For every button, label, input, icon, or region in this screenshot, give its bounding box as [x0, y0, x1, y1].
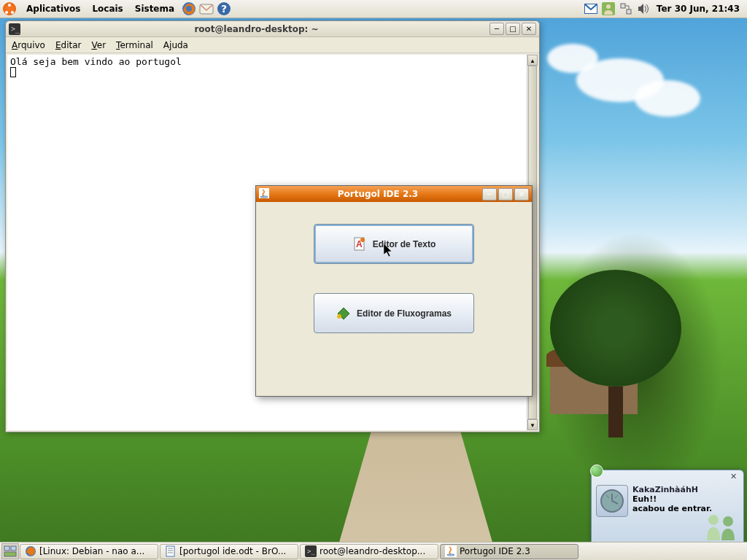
tree-graphic	[550, 270, 681, 430]
firefox-icon[interactable]	[181, 1, 197, 17]
java-close-button[interactable]: ✕	[514, 188, 529, 201]
svg-point-7	[606, 4, 611, 9]
svg-text:>_: >_	[11, 25, 20, 34]
portugol-title: Portugol IDE 2.3	[274, 189, 482, 199]
editor-fluxogramas-button[interactable]: Editor de Fluxogramas	[314, 293, 474, 333]
notification-close-button[interactable]: ✕	[730, 472, 740, 482]
mouse-cursor	[384, 244, 394, 258]
portugol-titlebar[interactable]: Portugol IDE 2.3 ─ □ ✕	[256, 186, 532, 202]
java-icon	[259, 188, 271, 200]
notification-status-icon	[590, 464, 603, 478]
svg-rect-26	[166, 546, 174, 556]
editor-texto-label: Editor de Texto	[373, 239, 436, 249]
user-tray-icon[interactable]	[600, 1, 616, 17]
svg-rect-23	[11, 546, 16, 551]
terminal-menubar: Arquivo Editar Ver Terminal Ajuda	[6, 37, 539, 53]
taskbar-item-writer[interactable]: [portugol ide.odt - BrO...	[160, 544, 298, 559]
text-editor-icon: A	[352, 237, 367, 252]
svg-point-1	[186, 6, 192, 12]
java-minimize-button[interactable]: ─	[482, 188, 497, 201]
taskbar-label-2: root@leandro-desktop...	[320, 546, 425, 556]
mail-tray-icon[interactable]	[583, 1, 599, 17]
terminal-output: Olá seja bem vindo ao portugol	[10, 56, 535, 67]
editor-fluxogramas-label: Editor de Fluxogramas	[357, 308, 452, 319]
mail-icon[interactable]	[198, 1, 214, 17]
panel-clock[interactable]: Ter 30 Jun, 21:43	[652, 4, 744, 14]
terminal-menu-terminal[interactable]: Terminal	[116, 40, 153, 50]
terminal-menu-ver[interactable]: Ver	[92, 40, 107, 50]
terminal-title: root@leandro-desktop: ~	[23, 24, 489, 34]
clouds-graphic	[547, 44, 737, 175]
svg-rect-24	[4, 552, 16, 556]
terminal-menu-arquivo[interactable]: Arquivo	[12, 40, 45, 50]
menu-aplicativos[interactable]: Aplicativos	[20, 0, 86, 18]
portugol-body: A Editor de Texto Editor de Fluxogramas	[256, 202, 532, 396]
svg-point-20	[708, 515, 719, 525]
menu-sistema[interactable]: Sistema	[129, 0, 180, 18]
notification-username: KakaZinhàáhH	[632, 485, 739, 494]
network-icon[interactable]	[618, 1, 634, 17]
taskbar-item-portugol[interactable]: Portugol IDE 2.3	[440, 544, 578, 559]
terminal-menu-editar[interactable]: Editar	[55, 40, 82, 50]
bottom-panel: [Linux: Debian - nao a... [portugol ide.…	[0, 542, 747, 560]
flowchart-icon	[336, 306, 351, 321]
svg-rect-22	[4, 546, 9, 551]
maximize-button[interactable]: □	[506, 23, 520, 35]
java-task-icon	[445, 545, 457, 557]
minimize-button[interactable]: ─	[489, 23, 504, 35]
terminal-task-icon: >_	[305, 545, 317, 557]
taskbar-item-terminal[interactable]: >_ root@leandro-desktop...	[300, 544, 438, 559]
taskbar-item-browser[interactable]: [Linux: Debian - nao a...	[20, 544, 158, 559]
close-button[interactable]: ✕	[522, 23, 536, 35]
taskbar-label-1: [portugol ide.odt - BrO...	[179, 546, 286, 556]
document-task-icon	[165, 545, 177, 557]
terminal-titlebar[interactable]: >_ root@leandro-desktop: ~ ─ □ ✕	[6, 21, 539, 37]
volume-icon[interactable]	[635, 1, 651, 17]
terminal-menu-ajuda[interactable]: Ajuda	[163, 40, 188, 50]
svg-point-21	[723, 516, 733, 526]
show-desktop-button[interactable]	[1, 543, 19, 559]
notification-avatar	[596, 485, 628, 517]
scroll-down-button[interactable]: ▾	[527, 419, 538, 430]
notification-figures-icon	[703, 511, 739, 540]
help-icon[interactable]: ?	[216, 1, 232, 17]
scroll-up-button[interactable]: ▴	[527, 55, 538, 66]
login-notification[interactable]: ✕ KakaZinhàáhH Euh!! acabou de entrar.	[591, 470, 744, 542]
java-maximize-button[interactable]: □	[498, 188, 513, 201]
svg-rect-9	[627, 9, 631, 14]
taskbar-label-3: Portugol IDE 2.3	[460, 546, 530, 556]
svg-point-16	[360, 238, 365, 242]
svg-text:>_: >_	[307, 548, 315, 555]
editor-texto-button[interactable]: A Editor de Texto	[314, 224, 474, 264]
taskbar-label-0: [Linux: Debian - nao a...	[39, 546, 144, 556]
menu-locais[interactable]: Locais	[86, 0, 128, 18]
svg-text:?: ?	[221, 3, 227, 15]
firefox-task-icon	[25, 545, 36, 557]
svg-point-18	[337, 314, 341, 319]
terminal-icon: >_	[9, 23, 20, 35]
top-panel: Aplicativos Locais Sistema ? Ter 30 Jun,…	[0, 0, 747, 18]
notification-line1: Euh!!	[632, 494, 739, 504]
ubuntu-logo-icon[interactable]	[3, 2, 16, 15]
terminal-cursor	[10, 67, 16, 77]
svg-rect-8	[621, 4, 625, 8]
portugol-ide-window: Portugol IDE 2.3 ─ □ ✕ A Editor de Texto…	[255, 185, 533, 397]
